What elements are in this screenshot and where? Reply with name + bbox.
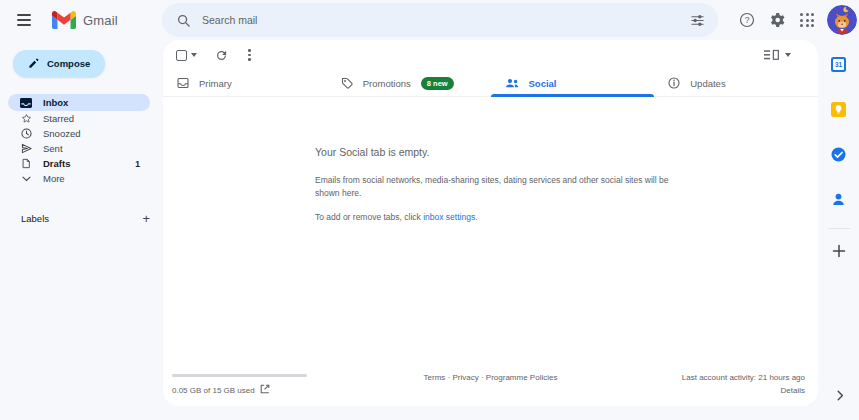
last-activity-text: Last account activity: 21 hours ago — [682, 371, 805, 384]
info-icon — [668, 77, 680, 89]
pencil-icon — [28, 58, 39, 69]
empty-state-title: Your Social tab is empty. — [315, 146, 695, 158]
settings-suffix: . — [475, 212, 477, 222]
sidebar-item-label: Starred — [43, 113, 74, 124]
empty-state: Your Social tab is empty. Emails from so… — [315, 146, 695, 222]
people-icon — [505, 78, 519, 88]
sidebar-item-snoozed[interactable]: Snoozed — [8, 126, 150, 141]
sidebar-item-sent[interactable]: Sent — [8, 141, 150, 156]
chevron-down-icon — [20, 176, 32, 182]
activity-details-link[interactable]: Details — [781, 386, 805, 395]
refresh-icon[interactable] — [215, 49, 228, 62]
select-dropdown-caret[interactable] — [191, 53, 197, 57]
tab-updates[interactable]: Updates — [654, 70, 818, 96]
privacy-link[interactable]: Privacy — [452, 373, 478, 382]
inbox-settings-link[interactable]: inbox settings — [423, 212, 475, 222]
star-icon — [20, 113, 32, 124]
inbox-icon — [20, 97, 32, 109]
svg-text:31: 31 — [835, 61, 843, 68]
sidebar-item-label: Inbox — [43, 97, 68, 108]
side-panel: 31 — [818, 40, 859, 420]
top-bar-actions: ? — [737, 0, 857, 40]
tab-label: Social — [529, 78, 557, 89]
svg-text:?: ? — [745, 15, 750, 25]
search-icon[interactable] — [170, 7, 196, 33]
search-input[interactable] — [196, 14, 684, 26]
gmail-m-icon — [52, 11, 76, 29]
storage-text: 0.05 GB of 15 GB used — [172, 386, 255, 395]
tab-promotions[interactable]: Promotions 8 new — [327, 70, 491, 96]
plus-icon — [832, 244, 846, 258]
drafts-count: 1 — [135, 159, 140, 169]
list-toolbar — [163, 40, 818, 70]
mailbox-nav: Inbox Starred Snoozed Sent — [0, 94, 163, 186]
chevron-right-icon — [837, 390, 844, 401]
main-menu-icon[interactable] — [11, 7, 37, 33]
draft-icon — [20, 158, 32, 169]
tag-icon — [341, 77, 353, 89]
tab-label: Promotions — [363, 78, 411, 89]
empty-state-settings-line: To add or remove tabs, click inbox setti… — [315, 212, 695, 222]
user-avatar[interactable] — [827, 5, 857, 35]
product-name: Gmail — [83, 13, 118, 28]
manage-storage-link[interactable] — [260, 384, 270, 396]
search-bar — [162, 3, 718, 37]
mail-list-card: Primary Promotions 8 new Social Updates … — [163, 40, 818, 406]
help-icon[interactable]: ? — [737, 10, 757, 30]
send-icon — [20, 143, 32, 154]
new-count-badge: 8 new — [421, 77, 454, 90]
calendar-icon[interactable]: 31 — [827, 52, 851, 76]
primary-inbox-icon — [177, 77, 189, 89]
inbox-tabs: Primary Promotions 8 new Social Updates — [163, 70, 818, 97]
gmail-logo: Gmail — [52, 0, 118, 40]
tab-social[interactable]: Social — [491, 70, 655, 96]
settings-icon[interactable] — [767, 10, 787, 30]
labels-section: Labels + — [21, 212, 150, 225]
tasks-icon[interactable] — [827, 142, 851, 166]
search-options-icon[interactable] — [684, 7, 710, 33]
get-addons-button[interactable] — [827, 239, 851, 263]
sidebar-item-more[interactable]: More — [8, 171, 150, 186]
keep-icon[interactable] — [827, 97, 851, 121]
sidebar-item-label: Sent — [43, 143, 63, 154]
compose-label: Compose — [47, 58, 90, 69]
empty-state-description: Emails from social networks, media-shari… — [315, 174, 675, 200]
more-options-icon[interactable] — [246, 47, 253, 63]
apps-grid-icon[interactable] — [797, 10, 817, 30]
programme-policies-link[interactable]: Programme Policies — [486, 373, 558, 382]
clock-icon — [20, 128, 32, 139]
split-pane-icon — [764, 49, 779, 61]
labels-header: Labels — [21, 213, 49, 224]
sidebar-item-inbox[interactable]: Inbox — [8, 94, 150, 111]
hide-side-panel-chevron[interactable] — [835, 387, 846, 406]
select-all-checkbox[interactable] — [176, 50, 187, 61]
create-label-button[interactable]: + — [142, 212, 150, 225]
sidebar-item-label: Drafts — [43, 158, 70, 169]
pane-dropdown-caret — [785, 53, 791, 57]
left-sidebar: Compose Inbox Starred Snoozed — [0, 40, 163, 420]
link-separator: · — [448, 373, 451, 382]
sidebar-item-label: More — [43, 173, 65, 184]
compose-button[interactable]: Compose — [13, 50, 105, 77]
terms-link[interactable]: Terms — [424, 373, 446, 382]
gmail-app: Gmail ? — [0, 0, 859, 420]
reading-pane-toggle[interactable] — [764, 49, 791, 61]
tab-label: Updates — [690, 78, 725, 89]
account-activity: Last account activity: 21 hours ago Deta… — [682, 371, 805, 397]
sidebar-item-starred[interactable]: Starred — [8, 111, 150, 126]
sidebar-item-label: Snoozed — [43, 128, 81, 139]
top-bar: Gmail ? — [0, 0, 859, 40]
contacts-icon[interactable] — [827, 187, 851, 211]
link-separator: · — [481, 373, 484, 382]
tab-label: Primary — [199, 78, 232, 89]
settings-prefix: To add or remove tabs, click — [315, 212, 423, 222]
sidebar-item-drafts[interactable]: Drafts 1 — [8, 156, 150, 171]
panel-divider — [828, 228, 850, 229]
tab-primary[interactable]: Primary — [163, 70, 327, 96]
select-control — [176, 50, 197, 61]
open-in-new-icon — [260, 384, 270, 394]
